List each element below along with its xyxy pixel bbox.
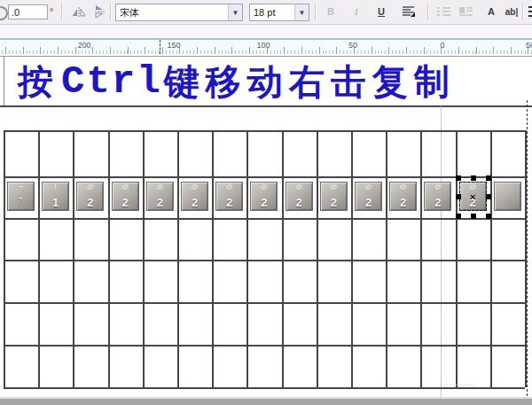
- font-size-combo[interactable]: 18 pt ▼: [249, 4, 309, 21]
- toolbar-separator: [110, 3, 112, 20]
- bottom-strip: [0, 397, 532, 405]
- grid-vline: [143, 130, 145, 387]
- key-tile[interactable]: @2: [112, 182, 139, 211]
- mirror-vertical-button[interactable]: [90, 3, 109, 20]
- selection-center-x: ×: [470, 191, 475, 201]
- headline-text[interactable]: 按Ctrl键移动右击复制: [18, 58, 523, 105]
- paragraph-text-frame-button[interactable]: [525, 3, 532, 20]
- ruler-label: 50: [526, 41, 532, 50]
- drawing-canvas[interactable]: 按Ctrl键移动右击复制 ~`!1@2@2@2@2@2@2@2@2@2@2@2@…: [0, 54, 532, 397]
- key-tile-bottom-glyph: 2: [400, 196, 406, 209]
- key-tile-top-glyph: @: [469, 183, 476, 191]
- key-tile[interactable]: @2: [320, 182, 348, 211]
- rotation-angle-input[interactable]: [8, 4, 48, 19]
- app-window: ° 宋体 ▼ 18 pt ▼ B I U: [0, 0, 532, 405]
- grid-vline: [456, 130, 458, 387]
- key-tile[interactable]: !1: [42, 182, 69, 211]
- key-tile-top-glyph: @: [87, 183, 94, 191]
- grid-hline: [4, 302, 525, 304]
- key-tile-top-glyph: @: [261, 183, 268, 191]
- key-tile[interactable]: @2: [389, 182, 417, 211]
- key-tile[interactable]: @2: [181, 182, 208, 211]
- bold-button[interactable]: B: [321, 3, 340, 20]
- grid-vline: [386, 130, 387, 387]
- key-tile[interactable]: @2: [215, 182, 243, 211]
- selection-handle[interactable]: [486, 194, 491, 199]
- window-substrip: [0, 25, 532, 38]
- chevron-down-icon[interactable]: ▼: [294, 4, 309, 20]
- key-tile[interactable]: @2: [146, 182, 174, 211]
- key-tile-top-glyph: @: [400, 183, 407, 191]
- key-tile-top-glyph: ~: [19, 183, 23, 191]
- key-tile-bottom-glyph: 2: [295, 196, 301, 209]
- headline-row-left-line: [4, 56, 4, 107]
- horizontal-ruler[interactable]: 20015010050050: [0, 40, 532, 54]
- toolbar-separator: [315, 3, 317, 20]
- key-tile[interactable]: @2: [76, 182, 104, 211]
- text-property-toolbar: ° 宋体 ▼ 18 pt ▼ B I U: [0, 0, 532, 25]
- drop-cap-button[interactable]: [456, 3, 475, 20]
- selection-handle[interactable]: [486, 214, 491, 219]
- font-size-value: 18 pt: [250, 7, 294, 18]
- font-family-value: 宋体: [116, 6, 228, 19]
- ruler-label: 100: [256, 41, 270, 50]
- selection-handle[interactable]: [456, 194, 461, 199]
- text-alignment-icon: [402, 5, 415, 18]
- grid-hline: [4, 260, 525, 261]
- grid-vline: [108, 130, 110, 387]
- selection-handle[interactable]: [456, 214, 461, 219]
- dashed-guideline[interactable]: [527, 100, 528, 396]
- edit-text-button[interactable]: ab|: [502, 3, 521, 20]
- ruler-label: 0: [440, 41, 444, 50]
- grid-vline: [246, 130, 248, 387]
- key-tile-bottom-glyph: `: [19, 196, 22, 209]
- key-tile[interactable]: @2: [424, 182, 451, 211]
- ruler-label: 150: [167, 41, 180, 50]
- grid-hline: [4, 345, 525, 347]
- underline-button[interactable]: U: [372, 3, 391, 20]
- paragraph-lines-icon: [528, 5, 532, 18]
- grid-vline: [282, 130, 284, 387]
- key-tile-top-glyph: @: [330, 183, 337, 191]
- grid-vline: [317, 130, 318, 387]
- key-tile[interactable]: [494, 182, 521, 211]
- key-tile-top-glyph: @: [434, 183, 442, 191]
- key-tile-bottom-glyph: 2: [331, 196, 337, 209]
- key-tile[interactable]: @2: [286, 182, 313, 211]
- mirror-vertical-icon: [94, 4, 106, 19]
- italic-button[interactable]: I: [347, 3, 366, 20]
- key-tile-top-glyph: @: [156, 183, 163, 191]
- toolbar-separator: [522, 3, 524, 20]
- grid-vline: [73, 130, 74, 387]
- guideline[interactable]: [441, 106, 442, 397]
- key-tile-bottom-glyph: 2: [365, 196, 372, 209]
- key-tile[interactable]: @2: [355, 182, 382, 211]
- toolbar-separator: [61, 3, 63, 20]
- key-tile-top-glyph: @: [365, 183, 372, 191]
- key-tile[interactable]: ~`: [7, 182, 35, 211]
- selection-handle[interactable]: [471, 175, 476, 181]
- bulleted-list-button[interactable]: [434, 3, 453, 20]
- key-tile-bottom-glyph: 2: [121, 196, 128, 209]
- key-tile[interactable]: @2: [250, 182, 278, 211]
- selection-handle[interactable]: [471, 214, 476, 219]
- character-formatting-button[interactable]: A: [481, 3, 501, 20]
- grid-hline: [4, 176, 525, 178]
- chevron-down-icon[interactable]: ▼: [228, 4, 242, 20]
- headline-latin: Ctrl: [61, 59, 162, 104]
- key-tile-top-glyph: @: [226, 183, 233, 191]
- watermark: ⋯⋯⋯⋯: [441, 380, 503, 389]
- font-family-combo[interactable]: 宋体 ▼: [115, 4, 243, 21]
- ruler-label: 50: [348, 41, 357, 50]
- selection-handle[interactable]: [486, 175, 491, 181]
- drop-cap-icon: [459, 6, 473, 17]
- selection-handle[interactable]: [456, 175, 461, 181]
- key-tile-top-glyph: @: [121, 183, 129, 191]
- key-tile[interactable]: @2×: [459, 182, 487, 211]
- grid-vline: [490, 130, 492, 387]
- grid-vline: [177, 130, 179, 387]
- key-tile-bottom-glyph: 1: [52, 196, 59, 209]
- mirror-horizontal-button[interactable]: [69, 3, 89, 20]
- alignment-button[interactable]: [398, 3, 418, 20]
- grid-vline: [420, 130, 422, 387]
